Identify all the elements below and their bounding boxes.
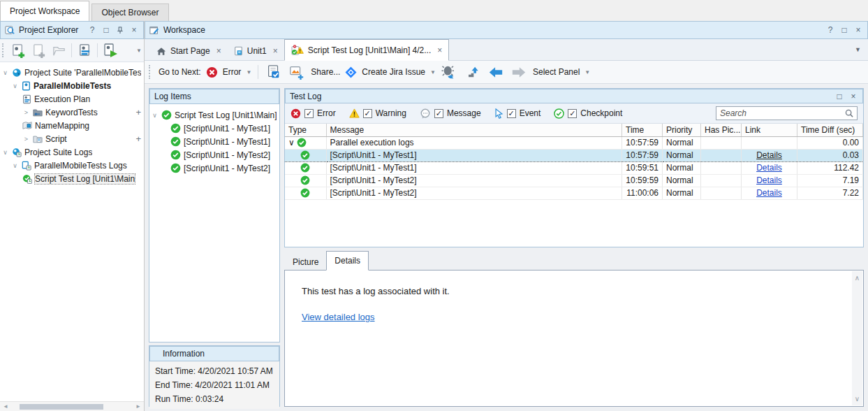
report-bug-icon[interactable] — [441, 63, 459, 81]
table-row[interactable]: [Script\Unit1 - MyTest2] 10:59:59 Normal… — [285, 174, 863, 187]
add-file-button[interactable] — [29, 41, 47, 59]
jira-dropdown-icon[interactable]: ▼ — [430, 69, 436, 75]
report-button[interactable] — [265, 63, 283, 81]
help-button[interactable]: ? — [825, 25, 835, 35]
tree-item-keywordtests[interactable]: > KeywordTests + — [0, 106, 144, 119]
tree-item-project-suite-logs[interactable]: ∨ Project Suite Logs — [0, 145, 144, 159]
column-header-type[interactable]: Type — [285, 124, 326, 136]
pin-button[interactable] — [115, 27, 125, 34]
tab-unit1[interactable]: Unit1 × — [228, 42, 284, 60]
select-panel-dropdown-icon[interactable]: ▼ — [584, 69, 590, 75]
table-row-selected[interactable]: [Script\Unit1 - MyTest1] 10:57:59 Normal… — [285, 149, 863, 161]
scroll-left-arrow[interactable]: ◄ — [1, 403, 10, 410]
event-checkbox[interactable]: ✓ — [507, 109, 516, 118]
expander-icon[interactable]: ∨ — [11, 82, 19, 89]
tree-item-script-test-log[interactable]: Script Test Log [Unit1\Main — [0, 172, 144, 185]
filter-checkpoint[interactable]: ✓ Checkpoint — [568, 108, 622, 118]
tree-item-project[interactable]: ∨ ParallelMobileTests — [0, 79, 144, 92]
table-row[interactable]: [Script\Unit1 - MyTest1] 10:59:51 Normal… — [285, 161, 863, 174]
column-header-timediff[interactable]: Time Diff (sec) — [797, 124, 863, 136]
tree-item-script[interactable]: > Script + — [0, 132, 144, 145]
details-link[interactable]: Details — [756, 163, 782, 173]
add-new-item-button[interactable] — [9, 41, 27, 59]
log-items-child[interactable]: [Script\Unit1 - MyTest1] — [149, 122, 279, 135]
scrollbar-track[interactable] — [10, 403, 134, 410]
filter-event[interactable]: ✓ Event — [507, 108, 541, 118]
error-dropdown-icon[interactable]: ▼ — [246, 69, 251, 75]
filter-warning[interactable]: ✓ Warning — [363, 108, 406, 118]
horizontal-scrollbar[interactable]: ◄ ► — [0, 401, 144, 411]
select-panel-button[interactable]: Select Panel — [533, 67, 580, 77]
close-tab-icon[interactable]: × — [437, 45, 442, 55]
details-link[interactable]: Details — [756, 188, 782, 198]
filter-message[interactable]: ✓ Message — [434, 108, 481, 118]
tab-picture[interactable]: Picture — [285, 254, 326, 270]
tab-project-workspace[interactable]: Project Workspace — [0, 1, 89, 21]
close-button[interactable]: × — [129, 25, 139, 35]
tab-object-browser[interactable]: Object Browser — [91, 3, 168, 21]
maximize-button[interactable]: □ — [839, 25, 849, 35]
tree-item-namemapping[interactable]: NameMapping — [0, 119, 144, 132]
close-tab-icon[interactable]: × — [273, 46, 278, 56]
toolbar-overflow-dropdown[interactable]: ▼ — [136, 48, 142, 54]
execution-plan-button[interactable] — [75, 41, 94, 59]
column-header-time[interactable]: Time — [622, 124, 663, 136]
share-image-icon[interactable] — [288, 63, 306, 81]
forward-arrow-icon[interactable] — [510, 63, 528, 81]
maximize-button[interactable]: □ — [101, 25, 111, 35]
run-project-button[interactable] — [101, 41, 119, 59]
log-items-root[interactable]: ∨ Script Test Log [Unit1\Main] — [149, 108, 279, 122]
share-button[interactable]: Share... — [311, 67, 340, 77]
tab-script-test-log[interactable]: Script Test Log [Unit1\Main] 4/2... × — [284, 39, 450, 61]
add-script-button[interactable]: + — [135, 134, 141, 144]
up-one-level-icon[interactable] — [464, 63, 482, 81]
expander-icon[interactable]: ∨ — [1, 69, 9, 76]
close-button[interactable]: × — [848, 92, 858, 101]
tree-item-project-suite[interactable]: ∨ Project Suite 'ParallelMobileTests' ( — [0, 66, 144, 79]
tab-details[interactable]: Details — [326, 251, 369, 271]
log-items-child[interactable]: [Script\Unit1 - MyTest2] — [149, 161, 279, 175]
details-link[interactable]: Details — [756, 150, 782, 160]
log-items-child[interactable]: [Script\Unit1 - MyTest2] — [149, 148, 279, 161]
expander-icon[interactable]: ∨ — [11, 162, 19, 169]
column-header-message[interactable]: Message — [326, 124, 622, 136]
create-jira-issue-button[interactable]: Create Jira Issue — [362, 67, 425, 77]
tree-item-execution-plan[interactable]: Execution Plan — [0, 92, 144, 106]
column-header-link[interactable]: Link — [742, 124, 797, 136]
error-checkbox[interactable]: ✓ — [304, 109, 314, 118]
toolbar-grip[interactable] — [2, 43, 6, 57]
warning-checkbox[interactable]: ✓ — [363, 109, 372, 118]
go-to-next-error-button[interactable]: Error — [223, 67, 242, 77]
scroll-up-arrow[interactable]: ∧ — [855, 274, 860, 282]
close-button[interactable]: × — [853, 25, 863, 35]
expander-icon[interactable]: ∨ — [1, 149, 9, 156]
filter-error[interactable]: ✓ Error — [304, 108, 336, 118]
search-box[interactable] — [716, 106, 858, 120]
open-file-button[interactable] — [50, 41, 68, 59]
tab-list-dropdown[interactable]: ▼ — [855, 46, 861, 53]
details-link[interactable]: Details — [756, 175, 782, 185]
table-row[interactable]: [Script\Unit1 - MyTest2] 11:00:06 Normal… — [285, 187, 863, 199]
expander-icon[interactable]: > — [22, 109, 30, 116]
table-row[interactable]: ∨ Parallel execution logs 10:57:59 Norma… — [285, 136, 863, 149]
add-keywordtest-button[interactable]: + — [135, 107, 141, 117]
close-tab-icon[interactable]: × — [216, 46, 221, 56]
maximize-button[interactable]: □ — [834, 92, 844, 101]
expander-icon[interactable]: ∨ — [288, 138, 295, 147]
expander-icon[interactable]: ∨ — [151, 112, 159, 119]
scroll-down-arrow[interactable]: ∨ — [855, 395, 860, 403]
search-input[interactable] — [720, 108, 842, 118]
help-button[interactable]: ? — [87, 25, 97, 35]
back-arrow-icon[interactable] — [487, 63, 505, 81]
scrollbar-thumb[interactable] — [20, 404, 103, 410]
column-header-haspicture[interactable]: Has Pic... — [701, 124, 742, 136]
view-detailed-logs-link[interactable]: View detailed logs — [302, 312, 375, 322]
column-header-priority[interactable]: Priority — [663, 124, 701, 136]
tree-item-project-logs[interactable]: ∨ ParallelMobileTests Logs — [0, 159, 144, 172]
checkpoint-checkbox[interactable]: ✓ — [568, 109, 577, 118]
expander-icon[interactable]: > — [22, 136, 30, 143]
message-checkbox[interactable]: ✓ — [434, 109, 443, 118]
log-items-child[interactable]: [Script\Unit1 - MyTest1] — [149, 135, 279, 148]
tab-start-page[interactable]: Start Page × — [150, 42, 228, 60]
scroll-right-arrow[interactable]: ► — [134, 403, 142, 410]
